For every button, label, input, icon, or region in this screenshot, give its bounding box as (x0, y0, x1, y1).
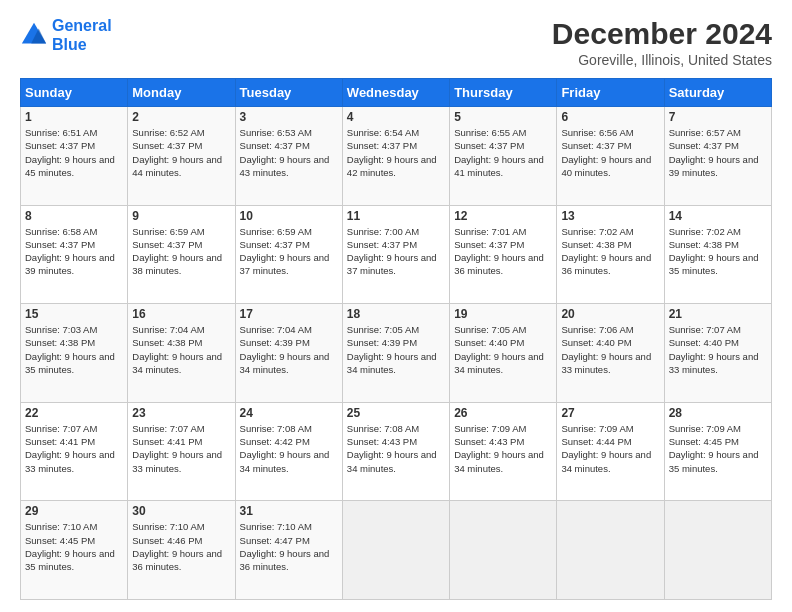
logo-icon (20, 21, 48, 49)
cell-info: Sunrise: 7:10 AMSunset: 4:46 PMDaylight:… (132, 521, 222, 572)
day-header: Tuesday (235, 79, 342, 107)
day-number: 29 (25, 504, 123, 518)
day-number: 22 (25, 406, 123, 420)
calendar-cell: 12Sunrise: 7:01 AMSunset: 4:37 PMDayligh… (450, 205, 557, 304)
day-number: 4 (347, 110, 445, 124)
day-number: 6 (561, 110, 659, 124)
cell-info: Sunrise: 6:56 AMSunset: 4:37 PMDaylight:… (561, 127, 651, 178)
calendar-cell: 27Sunrise: 7:09 AMSunset: 4:44 PMDayligh… (557, 402, 664, 501)
cell-info: Sunrise: 7:04 AMSunset: 4:39 PMDaylight:… (240, 324, 330, 375)
day-number: 9 (132, 209, 230, 223)
calendar-cell (664, 501, 771, 600)
day-number: 21 (669, 307, 767, 321)
day-header: Wednesday (342, 79, 449, 107)
calendar-cell: 6Sunrise: 6:56 AMSunset: 4:37 PMDaylight… (557, 107, 664, 206)
calendar-cell: 26Sunrise: 7:09 AMSunset: 4:43 PMDayligh… (450, 402, 557, 501)
calendar-table: SundayMondayTuesdayWednesdayThursdayFrid… (20, 78, 772, 600)
cell-info: Sunrise: 7:02 AMSunset: 4:38 PMDaylight:… (561, 226, 651, 277)
cell-info: Sunrise: 7:08 AMSunset: 4:43 PMDaylight:… (347, 423, 437, 474)
cell-info: Sunrise: 7:05 AMSunset: 4:39 PMDaylight:… (347, 324, 437, 375)
day-number: 10 (240, 209, 338, 223)
calendar-cell (557, 501, 664, 600)
calendar-cell (342, 501, 449, 600)
logo: General Blue (20, 16, 112, 54)
calendar-cell: 9Sunrise: 6:59 AMSunset: 4:37 PMDaylight… (128, 205, 235, 304)
day-number: 18 (347, 307, 445, 321)
day-number: 15 (25, 307, 123, 321)
cell-info: Sunrise: 6:57 AMSunset: 4:37 PMDaylight:… (669, 127, 759, 178)
cell-info: Sunrise: 6:54 AMSunset: 4:37 PMDaylight:… (347, 127, 437, 178)
day-header: Monday (128, 79, 235, 107)
cell-info: Sunrise: 6:53 AMSunset: 4:37 PMDaylight:… (240, 127, 330, 178)
day-number: 3 (240, 110, 338, 124)
calendar-cell: 19Sunrise: 7:05 AMSunset: 4:40 PMDayligh… (450, 304, 557, 403)
day-number: 1 (25, 110, 123, 124)
day-number: 13 (561, 209, 659, 223)
calendar-cell: 10Sunrise: 6:59 AMSunset: 4:37 PMDayligh… (235, 205, 342, 304)
calendar-cell: 1Sunrise: 6:51 AMSunset: 4:37 PMDaylight… (21, 107, 128, 206)
calendar-week-row: 29Sunrise: 7:10 AMSunset: 4:45 PMDayligh… (21, 501, 772, 600)
calendar-cell: 24Sunrise: 7:08 AMSunset: 4:42 PMDayligh… (235, 402, 342, 501)
cell-info: Sunrise: 7:10 AMSunset: 4:47 PMDaylight:… (240, 521, 330, 572)
day-number: 5 (454, 110, 552, 124)
calendar-cell: 16Sunrise: 7:04 AMSunset: 4:38 PMDayligh… (128, 304, 235, 403)
header: General Blue December 2024 Goreville, Il… (20, 16, 772, 68)
cell-info: Sunrise: 7:06 AMSunset: 4:40 PMDaylight:… (561, 324, 651, 375)
calendar-cell: 13Sunrise: 7:02 AMSunset: 4:38 PMDayligh… (557, 205, 664, 304)
subtitle: Goreville, Illinois, United States (552, 52, 772, 68)
day-header: Sunday (21, 79, 128, 107)
cell-info: Sunrise: 7:05 AMSunset: 4:40 PMDaylight:… (454, 324, 544, 375)
cell-info: Sunrise: 6:59 AMSunset: 4:37 PMDaylight:… (132, 226, 222, 277)
calendar-cell: 28Sunrise: 7:09 AMSunset: 4:45 PMDayligh… (664, 402, 771, 501)
calendar-cell: 20Sunrise: 7:06 AMSunset: 4:40 PMDayligh… (557, 304, 664, 403)
day-number: 26 (454, 406, 552, 420)
day-number: 16 (132, 307, 230, 321)
day-number: 25 (347, 406, 445, 420)
calendar-cell: 5Sunrise: 6:55 AMSunset: 4:37 PMDaylight… (450, 107, 557, 206)
cell-info: Sunrise: 7:09 AMSunset: 4:45 PMDaylight:… (669, 423, 759, 474)
cell-info: Sunrise: 7:07 AMSunset: 4:40 PMDaylight:… (669, 324, 759, 375)
day-header: Thursday (450, 79, 557, 107)
calendar-cell: 4Sunrise: 6:54 AMSunset: 4:37 PMDaylight… (342, 107, 449, 206)
calendar-cell: 11Sunrise: 7:00 AMSunset: 4:37 PMDayligh… (342, 205, 449, 304)
calendar-cell: 31Sunrise: 7:10 AMSunset: 4:47 PMDayligh… (235, 501, 342, 600)
day-number: 28 (669, 406, 767, 420)
calendar-week-row: 8Sunrise: 6:58 AMSunset: 4:37 PMDaylight… (21, 205, 772, 304)
calendar-cell: 21Sunrise: 7:07 AMSunset: 4:40 PMDayligh… (664, 304, 771, 403)
cell-info: Sunrise: 7:02 AMSunset: 4:38 PMDaylight:… (669, 226, 759, 277)
cell-info: Sunrise: 7:09 AMSunset: 4:43 PMDaylight:… (454, 423, 544, 474)
day-number: 14 (669, 209, 767, 223)
main-title: December 2024 (552, 16, 772, 52)
day-number: 19 (454, 307, 552, 321)
page: General Blue December 2024 Goreville, Il… (0, 0, 792, 612)
cell-info: Sunrise: 6:58 AMSunset: 4:37 PMDaylight:… (25, 226, 115, 277)
day-number: 12 (454, 209, 552, 223)
day-header: Saturday (664, 79, 771, 107)
calendar-cell: 17Sunrise: 7:04 AMSunset: 4:39 PMDayligh… (235, 304, 342, 403)
day-number: 11 (347, 209, 445, 223)
day-number: 17 (240, 307, 338, 321)
cell-info: Sunrise: 7:08 AMSunset: 4:42 PMDaylight:… (240, 423, 330, 474)
calendar-cell: 30Sunrise: 7:10 AMSunset: 4:46 PMDayligh… (128, 501, 235, 600)
day-number: 8 (25, 209, 123, 223)
cell-info: Sunrise: 6:55 AMSunset: 4:37 PMDaylight:… (454, 127, 544, 178)
day-number: 30 (132, 504, 230, 518)
cell-info: Sunrise: 7:01 AMSunset: 4:37 PMDaylight:… (454, 226, 544, 277)
cell-info: Sunrise: 6:59 AMSunset: 4:37 PMDaylight:… (240, 226, 330, 277)
calendar-cell: 3Sunrise: 6:53 AMSunset: 4:37 PMDaylight… (235, 107, 342, 206)
day-number: 31 (240, 504, 338, 518)
calendar-cell: 7Sunrise: 6:57 AMSunset: 4:37 PMDaylight… (664, 107, 771, 206)
calendar-week-row: 22Sunrise: 7:07 AMSunset: 4:41 PMDayligh… (21, 402, 772, 501)
day-number: 20 (561, 307, 659, 321)
calendar-cell: 18Sunrise: 7:05 AMSunset: 4:39 PMDayligh… (342, 304, 449, 403)
day-number: 2 (132, 110, 230, 124)
day-number: 7 (669, 110, 767, 124)
calendar-cell: 15Sunrise: 7:03 AMSunset: 4:38 PMDayligh… (21, 304, 128, 403)
calendar-cell: 25Sunrise: 7:08 AMSunset: 4:43 PMDayligh… (342, 402, 449, 501)
calendar-cell: 22Sunrise: 7:07 AMSunset: 4:41 PMDayligh… (21, 402, 128, 501)
cell-info: Sunrise: 6:52 AMSunset: 4:37 PMDaylight:… (132, 127, 222, 178)
logo-text: General Blue (52, 16, 112, 54)
calendar-header-row: SundayMondayTuesdayWednesdayThursdayFrid… (21, 79, 772, 107)
day-number: 24 (240, 406, 338, 420)
title-block: December 2024 Goreville, Illinois, Unite… (552, 16, 772, 68)
